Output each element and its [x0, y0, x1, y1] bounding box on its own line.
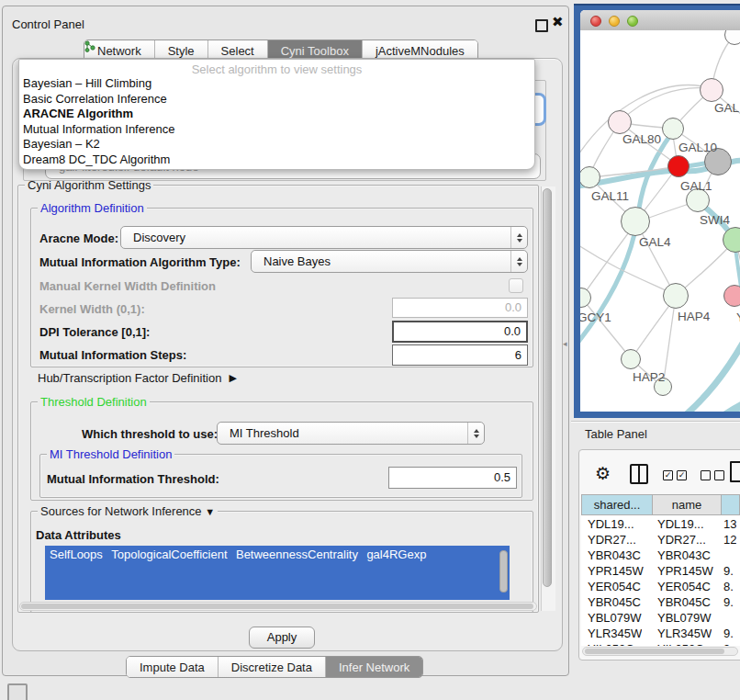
mac-minimize-button[interactable]: [609, 16, 620, 27]
list-scrollbar-thumb[interactable]: [499, 550, 508, 593]
network-node-hap4[interactable]: [663, 283, 689, 309]
horizontal-scrollbar[interactable]: [19, 602, 537, 611]
table-row[interactable]: YIL052C YIL052C 9: [581, 642, 740, 646]
node-label: Y: [736, 310, 740, 324]
network-node-gal[interactable]: [700, 78, 723, 102]
dropdown-item[interactable]: Dream8 DC_TDC Algorithm: [19, 152, 534, 168]
aracne-mode-combobox[interactable]: Discovery: [120, 226, 528, 249]
node-label: GAL: [714, 101, 739, 115]
node-label: GAL4: [639, 235, 671, 249]
node-label: GAL80: [622, 132, 661, 146]
input-value: 0.5: [494, 470, 510, 484]
horizontal-scrollbar-thumb[interactable]: [21, 604, 533, 609]
kernel-width-label: Kernel Width (0,1):: [39, 302, 145, 316]
column-header-partial[interactable]: [721, 494, 740, 515]
table-row[interactable]: YER054C YER054C 8.: [581, 580, 740, 595]
table-row[interactable]: YLR345W YLR345W 9.: [581, 627, 740, 642]
collapsed-panel-icon[interactable]: [7, 683, 28, 700]
mac-zoom-button[interactable]: [627, 16, 638, 27]
list-item-selected[interactable]: TopologicalCoefficient: [107, 548, 227, 561]
column-header-shared-name[interactable]: shared...: [581, 494, 653, 515]
node-label: GAL11: [591, 189, 629, 203]
data-attributes-label: Data Attributes: [36, 528, 121, 542]
list-item-selected[interactable]: SelfLoops: [45, 548, 103, 561]
table-horizontal-scrollbar-thumb[interactable]: [585, 649, 724, 654]
table-row[interactable]: YPR145W YPR145W 9.: [581, 564, 740, 580]
tab-impute-data[interactable]: Impute Data: [127, 657, 218, 677]
kernel-width-input[interactable]: 0.0: [392, 298, 528, 318]
dropdown-item[interactable]: Bayesian – K2: [19, 137, 534, 152]
group-title: Algorithm Definition: [38, 201, 147, 215]
hub-transcription-factor-disclosure[interactable]: Hub/Transcription Factor Definition ▶: [38, 371, 237, 385]
mi-threshold-input[interactable]: 0.5: [388, 467, 517, 489]
network-node-gal4[interactable]: [621, 207, 650, 236]
bottom-tabbar: Impute Data Discretize Data Infer Networ…: [126, 656, 423, 678]
sources-group-title[interactable]: Sources for Network Inference ▼: [38, 504, 218, 518]
table-row[interactable]: YBR045C YBR045C 9.: [581, 595, 740, 611]
node-label: HAP4: [678, 310, 710, 323]
node-label: GAL1: [680, 179, 712, 193]
panel-divider: [571, 421, 740, 423]
aracne-mode-label: Aracne Mode:: [39, 231, 118, 245]
splitter-handle-icon[interactable]: ◂: [563, 339, 567, 348]
network-node-hap2[interactable]: [621, 349, 641, 369]
combobox-value: Discovery: [121, 231, 510, 244]
dropdown-placeholder: Select algorithm to view settings: [19, 62, 534, 76]
node-label: HAP2: [633, 370, 665, 384]
column-header-name[interactable]: name: [652, 494, 722, 515]
screen: Control Panel ✖ Network Style Select: [0, 0, 740, 700]
new-table-icon[interactable]: [730, 461, 740, 482]
combobox-stepper-icon: [510, 251, 527, 272]
node-table: shared... name YDL19... YDL19... 13 YDR2…: [581, 494, 740, 646]
table-row[interactable]: YDR27... YDR27... 12: [581, 533, 740, 548]
list-item-selected[interactable]: gal4RGexp: [362, 548, 426, 561]
network-canvas[interactable]: GAL GAL80 GAL10 GAL1 GAL11 SWI4 GAL4 GCY…: [580, 30, 740, 412]
data-attributes-list[interactable]: SelfLoops TopologicalCoefficient Between…: [45, 546, 510, 600]
tab-label: Infer Network: [339, 660, 409, 674]
group-title: Threshold Definition: [38, 395, 150, 409]
control-panel-window: Control Panel ✖ Network Style Select: [2, 6, 569, 676]
apply-button[interactable]: Apply: [249, 627, 315, 649]
network-node-gal10[interactable]: [662, 118, 684, 140]
unchecked-column-icon[interactable]: [701, 470, 711, 480]
dropdown-item[interactable]: Basic Correlation Inference: [19, 92, 534, 107]
dpi-tolerance-input[interactable]: 0.0: [392, 321, 528, 343]
settings-scrollbar-thumb[interactable]: [543, 188, 552, 587]
network-node-y[interactable]: [723, 285, 740, 307]
checked-column-icon[interactable]: ✓: [663, 470, 673, 480]
tab-infer-network[interactable]: Infer Network: [325, 657, 422, 677]
mi-steps-input[interactable]: 6: [392, 344, 528, 366]
combobox-value: Naive Bayes: [252, 254, 510, 268]
list-item-selected[interactable]: BetweennessCentrality: [231, 548, 358, 561]
table-row[interactable]: YBR043C YBR043C: [581, 548, 740, 564]
combobox-stepper-icon: [467, 423, 484, 444]
table-row[interactable]: YBL079W YBL079W: [581, 611, 740, 627]
network-node-gal1[interactable]: [667, 155, 690, 177]
dropdown-item[interactable]: Bayesian – Hill Climbing: [19, 76, 534, 92]
combobox-stepper-icon: [510, 227, 527, 248]
tab-discretize-data[interactable]: Discretize Data: [218, 657, 325, 677]
dropdown-item-highlighted[interactable]: ARACNE Algorithm: [19, 107, 534, 122]
dropdown-item[interactable]: Mutual Information Inference: [19, 122, 534, 138]
mi-algorithm-type-label: Mutual Information Algorithm Type:: [39, 255, 241, 269]
split-columns-icon[interactable]: [630, 464, 648, 484]
mi-algorithm-type-combobox[interactable]: Naive Bayes: [251, 250, 528, 273]
node-label: SWI4: [700, 213, 730, 227]
close-icon[interactable]: ✖: [552, 14, 564, 30]
gear-icon[interactable]: ⚙: [595, 463, 611, 484]
which-threshold-combobox[interactable]: MI Threshold: [217, 422, 485, 445]
float-window-icon[interactable]: [535, 19, 548, 32]
collapsed-arrow-icon: ▶: [229, 372, 236, 384]
network-node-gal80[interactable]: [608, 110, 632, 134]
expanded-arrow-icon: ▼: [205, 506, 215, 517]
tab-label: Impute Data: [140, 660, 205, 674]
unchecked-column-icon[interactable]: [714, 470, 724, 480]
manual-kernel-width-checkbox[interactable]: [509, 278, 523, 293]
network-window-titlebar[interactable]: [580, 10, 740, 31]
table-horizontal-scrollbar[interactable]: [582, 647, 738, 656]
mac-close-button[interactable]: [590, 16, 601, 27]
tab-label: Cyni Toolbox: [281, 44, 349, 58]
table-row[interactable]: YDL19... YDL19... 13: [581, 517, 740, 533]
checked-column-icon[interactable]: ✓: [677, 470, 687, 480]
algorithm-dropdown-list: Select algorithm to view settings Bayesi…: [18, 59, 535, 170]
